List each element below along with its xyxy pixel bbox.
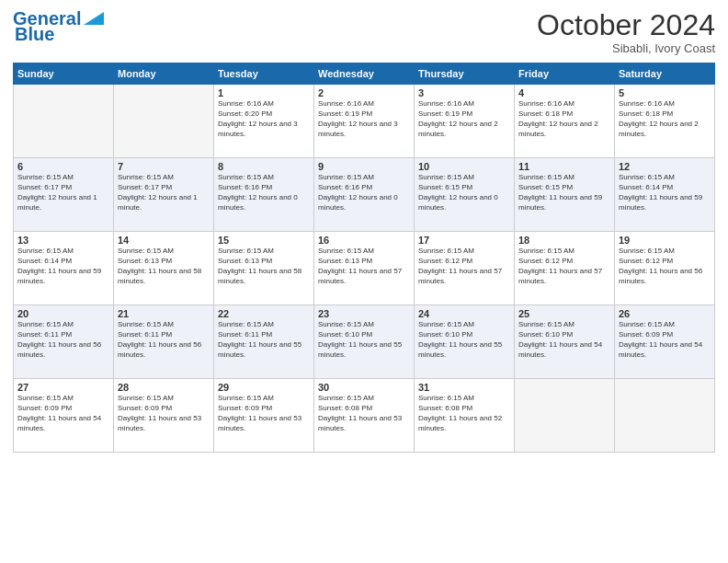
day-info: Sunrise: 6:15 AM Sunset: 6:09 PM Dayligh…: [118, 394, 210, 433]
month-year: October 2024: [537, 9, 715, 41]
day-info: Sunrise: 6:15 AM Sunset: 6:10 PM Dayligh…: [418, 320, 510, 360]
table-row: 12Sunrise: 6:15 AM Sunset: 6:14 PM Dayli…: [615, 158, 715, 232]
table-row: [14, 85, 114, 158]
day-info: Sunrise: 6:15 AM Sunset: 6:15 PM Dayligh…: [518, 173, 610, 213]
header: General Blue October 2024 Sibabli, Ivory…: [13, 9, 715, 55]
day-info: Sunrise: 6:15 AM Sunset: 6:11 PM Dayligh…: [218, 320, 310, 360]
table-row: 26Sunrise: 6:15 AM Sunset: 6:09 PM Dayli…: [615, 305, 715, 379]
day-number: 29: [218, 382, 310, 393]
day-number: 20: [17, 308, 109, 319]
table-row: 31Sunrise: 6:15 AM Sunset: 6:08 PM Dayli…: [415, 379, 515, 453]
day-info: Sunrise: 6:15 AM Sunset: 6:09 PM Dayligh…: [218, 394, 310, 433]
table-row: 30Sunrise: 6:15 AM Sunset: 6:08 PM Dayli…: [314, 379, 415, 453]
table-row: 8Sunrise: 6:15 AM Sunset: 6:16 PM Daylig…: [214, 158, 314, 232]
day-number: 23: [318, 308, 410, 319]
day-info: Sunrise: 6:16 AM Sunset: 6:19 PM Dayligh…: [418, 99, 510, 139]
day-info: Sunrise: 6:15 AM Sunset: 6:08 PM Dayligh…: [318, 394, 410, 433]
table-row: 10Sunrise: 6:15 AM Sunset: 6:15 PM Dayli…: [415, 158, 515, 232]
table-row: 23Sunrise: 6:15 AM Sunset: 6:10 PM Dayli…: [314, 305, 415, 379]
table-row: 5Sunrise: 6:16 AM Sunset: 6:18 PM Daylig…: [615, 85, 715, 158]
table-row: 2Sunrise: 6:16 AM Sunset: 6:19 PM Daylig…: [314, 85, 415, 158]
calendar-week-row: 1Sunrise: 6:16 AM Sunset: 6:20 PM Daylig…: [14, 85, 715, 158]
day-number: 19: [619, 235, 711, 246]
day-number: 15: [218, 235, 310, 246]
table-row: 19Sunrise: 6:15 AM Sunset: 6:12 PM Dayli…: [615, 232, 715, 305]
table-row: [515, 379, 615, 453]
day-info: Sunrise: 6:15 AM Sunset: 6:11 PM Dayligh…: [118, 320, 210, 360]
day-info: Sunrise: 6:15 AM Sunset: 6:09 PM Dayligh…: [17, 394, 109, 433]
table-row: 22Sunrise: 6:15 AM Sunset: 6:11 PM Dayli…: [214, 305, 314, 379]
table-row: 6Sunrise: 6:15 AM Sunset: 6:17 PM Daylig…: [14, 158, 114, 232]
day-number: 13: [17, 235, 109, 246]
calendar-table: Sunday Monday Tuesday Wednesday Thursday…: [13, 63, 715, 453]
day-info: Sunrise: 6:15 AM Sunset: 6:12 PM Dayligh…: [418, 247, 510, 286]
day-number: 10: [418, 161, 510, 172]
day-number: 7: [118, 161, 210, 172]
table-row: 15Sunrise: 6:15 AM Sunset: 6:13 PM Dayli…: [214, 232, 314, 305]
table-row: 27Sunrise: 6:15 AM Sunset: 6:09 PM Dayli…: [14, 379, 114, 453]
table-row: 13Sunrise: 6:15 AM Sunset: 6:14 PM Dayli…: [14, 232, 114, 305]
day-info: Sunrise: 6:15 AM Sunset: 6:10 PM Dayligh…: [318, 320, 410, 360]
table-row: 1Sunrise: 6:16 AM Sunset: 6:20 PM Daylig…: [214, 85, 314, 158]
day-info: Sunrise: 6:15 AM Sunset: 6:13 PM Dayligh…: [118, 247, 210, 286]
day-info: Sunrise: 6:15 AM Sunset: 6:14 PM Dayligh…: [17, 247, 109, 286]
calendar-header-row: Sunday Monday Tuesday Wednesday Thursday…: [14, 63, 715, 85]
table-row: 18Sunrise: 6:15 AM Sunset: 6:12 PM Dayli…: [515, 232, 615, 305]
day-number: 8: [218, 161, 310, 172]
day-number: 3: [418, 87, 510, 98]
table-row: 9Sunrise: 6:15 AM Sunset: 6:16 PM Daylig…: [314, 158, 415, 232]
table-row: 17Sunrise: 6:15 AM Sunset: 6:12 PM Dayli…: [415, 232, 515, 305]
col-saturday: Saturday: [615, 63, 715, 85]
logo: General Blue: [13, 9, 104, 45]
col-thursday: Thursday: [415, 63, 515, 85]
day-info: Sunrise: 6:15 AM Sunset: 6:17 PM Dayligh…: [17, 173, 109, 213]
table-row: 11Sunrise: 6:15 AM Sunset: 6:15 PM Dayli…: [515, 158, 615, 232]
day-number: 24: [418, 308, 510, 319]
day-info: Sunrise: 6:15 AM Sunset: 6:15 PM Dayligh…: [418, 173, 510, 213]
calendar-week-row: 27Sunrise: 6:15 AM Sunset: 6:09 PM Dayli…: [14, 379, 715, 453]
table-row: 7Sunrise: 6:15 AM Sunset: 6:17 PM Daylig…: [114, 158, 214, 232]
table-row: 24Sunrise: 6:15 AM Sunset: 6:10 PM Dayli…: [415, 305, 515, 379]
day-number: 6: [17, 161, 109, 172]
day-number: 11: [518, 161, 610, 172]
table-row: 3Sunrise: 6:16 AM Sunset: 6:19 PM Daylig…: [415, 85, 515, 158]
col-monday: Monday: [114, 63, 214, 85]
day-info: Sunrise: 6:15 AM Sunset: 6:12 PM Dayligh…: [619, 247, 711, 286]
day-number: 17: [418, 235, 510, 246]
location: Sibabli, Ivory Coast: [537, 41, 715, 55]
table-row: 21Sunrise: 6:15 AM Sunset: 6:11 PM Dayli…: [114, 305, 214, 379]
day-number: 2: [318, 87, 410, 98]
day-number: 31: [418, 382, 510, 393]
logo-blue: Blue: [15, 24, 54, 45]
day-number: 25: [518, 308, 610, 319]
logo-wing-icon: [84, 12, 104, 25]
table-row: 14Sunrise: 6:15 AM Sunset: 6:13 PM Dayli…: [114, 232, 214, 305]
day-info: Sunrise: 6:15 AM Sunset: 6:13 PM Dayligh…: [218, 247, 310, 286]
day-number: 30: [318, 382, 410, 393]
svg-marker-0: [84, 12, 104, 25]
col-sunday: Sunday: [14, 63, 114, 85]
table-row: 20Sunrise: 6:15 AM Sunset: 6:11 PM Dayli…: [14, 305, 114, 379]
day-info: Sunrise: 6:15 AM Sunset: 6:11 PM Dayligh…: [17, 320, 109, 360]
day-number: 16: [318, 235, 410, 246]
day-number: 9: [318, 161, 410, 172]
col-friday: Friday: [515, 63, 615, 85]
day-number: 18: [518, 235, 610, 246]
table-row: [114, 85, 214, 158]
day-number: 27: [17, 382, 109, 393]
day-number: 21: [118, 308, 210, 319]
calendar-week-row: 13Sunrise: 6:15 AM Sunset: 6:14 PM Dayli…: [14, 232, 715, 305]
table-row: [615, 379, 715, 453]
day-info: Sunrise: 6:15 AM Sunset: 6:16 PM Dayligh…: [218, 173, 310, 213]
table-row: 25Sunrise: 6:15 AM Sunset: 6:10 PM Dayli…: [515, 305, 615, 379]
day-info: Sunrise: 6:16 AM Sunset: 6:20 PM Dayligh…: [218, 99, 310, 139]
day-info: Sunrise: 6:15 AM Sunset: 6:09 PM Dayligh…: [619, 320, 711, 360]
title-block: October 2024 Sibabli, Ivory Coast: [537, 9, 715, 55]
day-number: 5: [619, 87, 711, 98]
day-info: Sunrise: 6:16 AM Sunset: 6:18 PM Dayligh…: [518, 99, 610, 139]
page: General Blue October 2024 Sibabli, Ivory…: [0, 0, 728, 563]
col-wednesday: Wednesday: [314, 63, 415, 85]
day-info: Sunrise: 6:15 AM Sunset: 6:17 PM Dayligh…: [118, 173, 210, 213]
day-info: Sunrise: 6:15 AM Sunset: 6:12 PM Dayligh…: [518, 247, 610, 286]
day-info: Sunrise: 6:15 AM Sunset: 6:14 PM Dayligh…: [619, 173, 711, 213]
